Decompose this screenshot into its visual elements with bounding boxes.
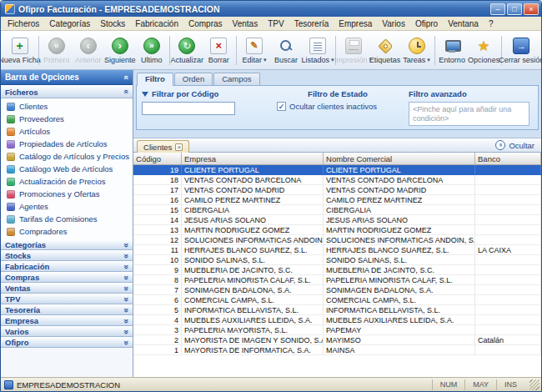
table-row[interactable]: 17VENTAS CONTADO MADRIDVENTAS CONTADO MA…	[133, 185, 541, 195]
menu-item-ventas[interactable]: Ventas	[228, 18, 263, 29]
chevron-double-down-icon: »	[122, 297, 130, 302]
menu-item-tesoreria[interactable]: Tesorería	[289, 18, 334, 29]
column-header-banco[interactable]: Banco	[475, 153, 541, 164]
toolbar-button-cerrar-sesion[interactable]: Cerrar sesión	[504, 33, 539, 68]
toolbar-button-ultimo[interactable]: Ultimo	[136, 33, 168, 68]
toolbar-button-editar[interactable]: Editar▾	[238, 33, 270, 68]
sidebar-item-compradores[interactable]: Compradores	[1, 225, 133, 238]
toolbar-button-buscar[interactable]: Buscar	[270, 33, 302, 68]
tab-orden[interactable]: Orden	[174, 73, 213, 85]
maximize-button[interactable]: □	[507, 3, 522, 15]
toolbar-button-siguiente[interactable]: Siguiente	[104, 33, 136, 68]
sidebar-section-compras[interactable]: Compras»	[1, 272, 133, 283]
toolbar-button-borrar[interactable]: Borrar	[203, 33, 234, 68]
table-row[interactable]: 3PAPELERIA MAYORISTA, S.L.PAPEMAY	[133, 325, 541, 335]
column-header-codigo[interactable]: Código	[133, 153, 182, 164]
toolbar-button-label: Tareas	[403, 56, 425, 64]
tab-clientes[interactable]: Clientes ×	[137, 140, 189, 153]
toolbar-button-opciones[interactable]: Opciones	[468, 33, 499, 68]
menu-item-fabricacion[interactable]: Fabricación	[130, 18, 183, 29]
menu-item-tpv[interactable]: TPV	[263, 18, 289, 29]
close-button[interactable]: ×	[524, 3, 539, 15]
sidebar-section-varios[interactable]: Varios»	[1, 326, 133, 337]
sidebar-header[interactable]: Barra de Opciones «	[1, 70, 133, 85]
sidebar-item-catalogo-de-articulos-y-precios[interactable]: Catálogo de Artículos y Precios	[1, 150, 133, 163]
menu-item-compras[interactable]: Compras	[183, 18, 228, 29]
sidebar-section-empresa[interactable]: Empresa»	[1, 315, 133, 326]
toolbar-button-tareas[interactable]: Tareas▾	[401, 33, 433, 68]
table-row[interactable]: 5INFORMATICA BELLAVISTA, S.L.INFORMATICA…	[133, 305, 541, 315]
hide-inactive-label[interactable]: Ocultar clientes inactivos	[289, 102, 377, 111]
sidebar-item-agentes[interactable]: Agentes	[1, 200, 133, 213]
table-row[interactable]: 13MARTIN RODRIGUEZ GOMEZMARTIN RODRIGUEZ…	[133, 225, 541, 235]
sidebar-item-clientes[interactable]: Clientes	[1, 100, 133, 113]
table-row[interactable]: 12SOLUCIONES INFORMATICAS ANDOIN, S.A.SO…	[133, 235, 541, 245]
hide-grid-button[interactable]: « Ocultar	[495, 140, 534, 150]
menu-item-ficheros[interactable]: Ficheros	[3, 18, 44, 29]
sidebar-section-ventas[interactable]: Ventas»	[1, 283, 133, 294]
table-row[interactable]: 6COMERCIAL CAMPA, S.L.COMERCIAL CAMPA, S…	[133, 295, 541, 305]
sidebar-section-tesoreria[interactable]: Tesorería»	[1, 304, 133, 315]
cell-banco	[475, 185, 541, 194]
menu-item-ventana[interactable]: Ventana	[443, 18, 484, 29]
table-row[interactable]: 9MUEBLERIA DE JACINTO, S.C.MUEBLERIA DE …	[133, 265, 541, 275]
tab-campos[interactable]: Campos	[213, 73, 259, 85]
sidebar-item-catalogo-web-de-articulos[interactable]: Catálogo Web de Artículos	[1, 163, 133, 175]
sidebar-section-ficheros[interactable]: Ficheros «	[1, 85, 133, 98]
table-row[interactable]: 8PAPELERIA MINORISTA CALAF, S.L.PAPELERI…	[133, 275, 541, 285]
toolbar-button-listados[interactable]: Listados▾	[302, 33, 334, 68]
toolbar-button-actualizar[interactable]: Actualizar	[171, 33, 203, 68]
column-header-nombre-comercial[interactable]: Nombre Comercial	[324, 153, 475, 164]
close-tab-icon[interactable]: ×	[175, 143, 183, 151]
sidebar-item-propiedades-de-articulos[interactable]: Propiedades de Artículos	[1, 138, 133, 150]
minimize-button[interactable]: –	[490, 3, 505, 15]
resize-grip[interactable]	[529, 379, 539, 390]
menu-item-ofipro[interactable]: Ofipro	[410, 18, 443, 29]
column-header-empresa[interactable]: Empresa	[182, 153, 324, 164]
table-row[interactable]: 7SONIMAGEN BADALONA, S.A.SONIMAGEN BADAL…	[133, 285, 541, 295]
filter-by-code-header[interactable]: Filtrar por Código	[142, 89, 267, 98]
sidebar-item-promociones-y-ofertas[interactable]: Promociones y Ofertas	[1, 188, 133, 200]
toolbar-button-nueva-ficha[interactable]: Nueva Ficha	[3, 33, 37, 68]
table-row[interactable]: 1MAYORISTA DE INFORMATICA, S.A.MAINSA	[133, 345, 541, 355]
sidebar-section-categorias[interactable]: Categorías»	[1, 239, 133, 250]
advanced-filter-box[interactable]: <Pinche aquí para añadir una condición>	[409, 102, 529, 126]
sidebar-section-fabricacion[interactable]: Fabricación»	[1, 261, 133, 272]
sidebar-item-actualizacion-de-precios[interactable]: Actualización de Precios	[1, 175, 133, 188]
sidebar-section-label: Fabricación	[5, 262, 49, 271]
sidebar-item-proveedores[interactable]: Proveedores	[1, 113, 133, 125]
table-row[interactable]: 4MUEBLES AUXILIARES LLEIDA, S.A.MUEBLES …	[133, 315, 541, 325]
sidebar-item-tarifas-de-comisiones[interactable]: Tarifas de Comisiones	[1, 213, 133, 225]
sidebar-section-ofipro[interactable]: Ofipro»	[1, 337, 133, 348]
menu-item-stocks[interactable]: Stocks	[95, 18, 130, 29]
cell-codigo: 12	[133, 235, 182, 244]
menu-item-item[interactable]: ?	[484, 18, 499, 29]
code-filter-input[interactable]	[142, 102, 235, 115]
cell-codigo: 19	[133, 165, 182, 174]
toolbar-button-primero[interactable]: Primero	[41, 33, 73, 68]
sidebar-section-tpv[interactable]: TPV»	[1, 294, 133, 304]
table-row[interactable]: 16CAMILO PEREZ MARTINEZCAMILO PEREZ MART…	[133, 195, 541, 205]
tab-filtro[interactable]: Filtro	[137, 73, 173, 86]
dropdown-arrow-icon: ▾	[263, 57, 267, 63]
toolbar-button-entorno[interactable]: Entorno	[436, 33, 468, 68]
sidebar-section-stocks[interactable]: Stocks»	[1, 250, 133, 261]
hide-inactive-checkbox[interactable]	[277, 102, 286, 111]
cell-codigo: 9	[133, 265, 182, 274]
menu-item-empresa[interactable]: Empresa	[334, 18, 377, 29]
table-row[interactable]: 14JESUS ARIAS SOLANOJESUS ARIAS SOLANO	[133, 215, 541, 225]
menu-item-varios[interactable]: Varios	[377, 18, 410, 29]
sidebar: Barra de Opciones « Ficheros « ClientesP…	[1, 70, 133, 377]
table-row[interactable]: 2MAYORISTA DE IMAGEN Y SONIDO, S.A.MAYIM…	[133, 335, 541, 345]
table-row[interactable]: 10SONIDO SALINAS, S.L.SONIDO SALINAS, S.…	[133, 255, 541, 265]
menu-item-categorias[interactable]: Categorías	[44, 18, 95, 29]
table-row[interactable]: 18VENTAS CONTADO BARCELONAVENTAS CONTADO…	[133, 175, 541, 185]
table-row[interactable]: 15CIBERGALIACIBERGALIA	[133, 205, 541, 215]
toolbar-button-anterior[interactable]: Anterior	[73, 33, 104, 68]
toolbar-button-etiquetas[interactable]: Etiquetas	[369, 33, 401, 68]
sidebar-item-articulos[interactable]: Artículos	[1, 125, 133, 138]
toolbar-button-impresion[interactable]: Impresión▾	[338, 33, 369, 68]
table-row[interactable]: 19CLIENTE PORTUGALCLIENTE PORTUGAL	[133, 165, 541, 175]
table-row[interactable]: 11HERRAJES BLANCO SUAREZ, S.L.HERRAJES B…	[133, 245, 541, 255]
estado-filter-label: Filtro de Estado	[308, 89, 368, 98]
